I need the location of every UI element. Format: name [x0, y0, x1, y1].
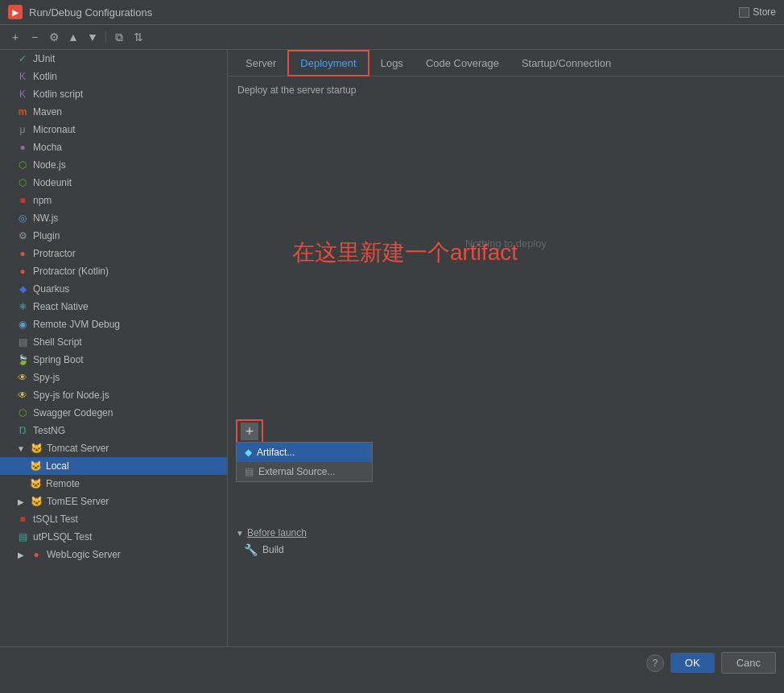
sidebar-label-tsqlt: tSQLt Test — [33, 514, 78, 525]
sidebar-item-mocha[interactable]: ● Mocha — [0, 138, 227, 156]
before-launch-header: ▼ Before launch — [236, 527, 719, 538]
sidebar-item-kotlin-script[interactable]: K Kotlin script — [0, 85, 227, 103]
nwjs-icon: ◎ — [16, 212, 29, 225]
sidebar-label-utplsql: utPLSQL Test — [33, 531, 92, 542]
sidebar-label-maven: Maven — [33, 106, 62, 118]
sidebar-item-testng[interactable]: Ŋ TestNG — [0, 422, 227, 439]
sidebar-item-tomee[interactable]: ▶ 🐱 TomEE Server — [0, 493, 227, 510]
toolbar: + − ⚙ ▲ ▼ ⧉ ⇅ — [0, 25, 784, 50]
micronaut-icon: μ — [16, 123, 29, 136]
sidebar-item-tsqlt[interactable]: ■ tSQLt Test — [0, 510, 227, 528]
quarkus-icon: ◆ — [16, 283, 29, 295]
sidebar-label-nodeunit: Nodeunit — [33, 177, 72, 188]
spy-js-nodejs-icon: 👁 — [16, 389, 29, 402]
sidebar-label-nwjs: NW.js — [33, 212, 58, 224]
tab-startup-connection[interactable]: Startup/Connection — [510, 52, 622, 76]
dropdown-item-artifact[interactable]: ◆ Artifact... — [237, 443, 372, 462]
sidebar-item-quarkus[interactable]: ◆ Quarkus — [0, 280, 227, 298]
add-artifact-button[interactable]: + — [241, 423, 258, 440]
sidebar-label-swagger: Swagger Codegen — [33, 407, 113, 419]
sidebar-label-plugin: Plugin — [33, 230, 60, 241]
external-source-icon: ▤ — [245, 466, 254, 477]
sidebar-item-kotlin[interactable]: K Kotlin — [0, 68, 227, 85]
title-bar: ▶ Run/Debug Configurations Store — [0, 0, 784, 25]
add-button[interactable]: + — [6, 28, 24, 46]
sidebar-label-shell-script: Shell Script — [33, 336, 82, 348]
sidebar-item-spy-js-nodejs[interactable]: 👁 Spy-js for Node.js — [0, 386, 227, 404]
remote-icon: 🐱 — [29, 477, 42, 490]
sidebar-item-micronaut[interactable]: μ Micronaut — [0, 121, 227, 138]
sidebar-label-junit: JUnit — [33, 53, 55, 64]
sidebar-item-remote-jvm[interactable]: ◉ Remote JVM Debug — [0, 316, 227, 333]
artifact-icon: ◆ — [245, 447, 252, 458]
remote-jvm-icon: ◉ — [16, 318, 29, 331]
tab-deployment[interactable]: Deployment — [287, 50, 369, 76]
sidebar-label-micronaut: Micronaut — [33, 124, 76, 135]
tabs-bar: Server Deployment Logs Code Coverage Sta… — [228, 50, 784, 76]
tab-code-coverage[interactable]: Code Coverage — [415, 52, 510, 76]
sort-button[interactable]: ⇅ — [130, 28, 147, 46]
plugin-icon: ⚙ — [16, 229, 29, 242]
tomcat-expand-arrow: ▼ — [16, 443, 26, 453]
weblogic-icon: ● — [30, 548, 43, 561]
sidebar-label-npm: npm — [33, 195, 52, 206]
sidebar-item-plugin[interactable]: ⚙ Plugin — [0, 227, 227, 245]
sidebar-label-spring-boot: Spring Boot — [33, 354, 84, 365]
sidebar-label-spy-js-nodejs: Spy-js for Node.js — [33, 390, 109, 401]
sidebar-item-remote[interactable]: 🐱 Remote — [0, 475, 227, 493]
maven-icon: m — [16, 105, 29, 118]
sidebar-item-tomcat-server[interactable]: ▼ 🐱 Tomcat Server — [0, 439, 227, 457]
tab-server[interactable]: Server — [234, 52, 287, 76]
sidebar-item-nodejs[interactable]: ⬡ Node.js — [0, 156, 227, 174]
sidebar-item-shell-script[interactable]: ▤ Shell Script — [0, 333, 227, 351]
store-checkbox[interactable] — [739, 7, 749, 18]
sidebar-item-npm[interactable]: ■ npm — [0, 192, 227, 209]
sidebar-item-junit[interactable]: ✓ JUnit — [0, 50, 227, 68]
sidebar-item-react-native[interactable]: ⚛ React Native — [0, 298, 227, 316]
sidebar-label-spy-js: Spy-js — [33, 372, 60, 383]
sidebar-item-weblogic[interactable]: ▶ ● WebLogic Server — [0, 546, 227, 563]
sidebar-label-remote-jvm: Remote JVM Debug — [33, 319, 120, 330]
settings-button[interactable]: ⚙ — [45, 28, 63, 46]
sidebar-item-spring-boot[interactable]: 🍃 Spring Boot — [0, 351, 227, 369]
toolbar-separator — [105, 31, 106, 43]
sidebar-item-local[interactable]: 🐱 Local — [0, 457, 227, 475]
kotlin-icon: K — [16, 70, 29, 83]
artifact-label: Artifact... — [257, 447, 295, 458]
dropdown-item-external-source[interactable]: ▤ External Source... — [237, 462, 372, 481]
tsqlt-icon: ■ — [16, 513, 29, 526]
sidebar-item-spy-js[interactable]: 👁 Spy-js — [0, 369, 227, 386]
window-title: Run/Debug Configurations — [29, 6, 152, 19]
help-button[interactable]: ? — [646, 654, 664, 672]
sidebar-item-maven[interactable]: m Maven — [0, 103, 227, 121]
sidebar-label-tomee: TomEE Server — [47, 496, 109, 507]
move-up-button[interactable]: ▲ — [64, 28, 82, 46]
ok-button[interactable]: OK — [671, 653, 715, 673]
swagger-icon: ⬡ — [16, 406, 29, 419]
move-down-button[interactable]: ▼ — [84, 28, 101, 46]
sidebar: ✓ JUnit K Kotlin K Kotlin script m Maven… — [0, 50, 228, 646]
deploy-label: Deploy at the server startup — [237, 85, 774, 96]
sidebar-item-nodeunit[interactable]: ⬡ Nodeunit — [0, 174, 227, 192]
sidebar-label-protractor-kotlin: Protractor (Kotlin) — [33, 266, 109, 277]
sidebar-label-kotlin: Kotlin — [33, 71, 57, 82]
build-icon: 🔧 — [244, 543, 258, 556]
annotation-text: 在这里新建一个artifact — [292, 237, 518, 268]
sidebar-label-nodejs: Node.js — [33, 159, 66, 171]
protractor-icon: ● — [16, 247, 29, 260]
sidebar-label-weblogic: WebLogic Server — [47, 549, 121, 560]
sidebar-item-nwjs[interactable]: ◎ NW.js — [0, 209, 227, 227]
sidebar-item-utplsql[interactable]: ▤ utPLSQL Test — [0, 528, 227, 546]
cancel-button[interactable]: Canc — [721, 652, 776, 674]
sidebar-item-protractor[interactable]: ● Protractor — [0, 245, 227, 262]
copy-button[interactable]: ⧉ — [110, 28, 128, 46]
remove-button[interactable]: − — [26, 28, 43, 46]
tomee-expand-arrow: ▶ — [16, 497, 26, 506]
before-launch-label[interactable]: Before launch — [247, 527, 307, 538]
sidebar-item-protractor-kotlin[interactable]: ● Protractor (Kotlin) — [0, 262, 227, 280]
sidebar-label-remote: Remote — [46, 478, 80, 489]
shell-script-icon: ▤ — [16, 336, 29, 349]
sidebar-item-swagger[interactable]: ⬡ Swagger Codegen — [0, 404, 227, 422]
add-artifact-row: + ◆ Artifact... ▤ External Source... — [236, 419, 263, 443]
tab-logs[interactable]: Logs — [369, 52, 415, 76]
